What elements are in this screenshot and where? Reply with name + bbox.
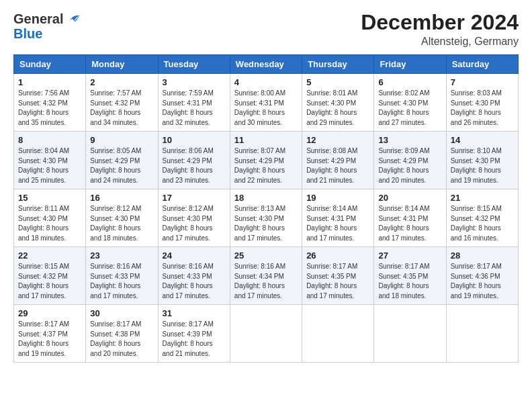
calendar-table: SundayMondayTuesdayWednesdayThursdayFrid… xyxy=(13,54,519,363)
day-number: 15 xyxy=(18,193,81,203)
day-number: 13 xyxy=(378,135,441,145)
day-info: Sunrise: 7:56 AMSunset: 4:32 PMDaylight:… xyxy=(18,89,81,128)
calendar-day-header: Wednesday xyxy=(230,55,302,74)
calendar-day-header: Tuesday xyxy=(158,55,230,74)
calendar-week-row: 15Sunrise: 8:11 AMSunset: 4:30 PMDayligh… xyxy=(14,189,519,247)
day-info: Sunrise: 8:14 AMSunset: 4:31 PMDaylight:… xyxy=(306,204,369,243)
day-info: Sunrise: 8:17 AMSunset: 4:35 PMDaylight:… xyxy=(378,262,441,301)
calendar-cell: 22Sunrise: 8:15 AMSunset: 4:32 PMDayligh… xyxy=(14,247,86,305)
day-info: Sunrise: 8:17 AMSunset: 4:39 PMDaylight:… xyxy=(163,320,226,359)
calendar-cell: 15Sunrise: 8:11 AMSunset: 4:30 PMDayligh… xyxy=(14,189,86,247)
day-number: 4 xyxy=(234,77,298,87)
calendar-cell xyxy=(374,305,446,363)
day-info: Sunrise: 8:16 AMSunset: 4:34 PMDaylight:… xyxy=(234,262,298,301)
day-number: 17 xyxy=(163,193,226,203)
day-info: Sunrise: 7:59 AMSunset: 4:31 PMDaylight:… xyxy=(163,89,226,128)
day-info: Sunrise: 8:13 AMSunset: 4:30 PMDaylight:… xyxy=(234,204,298,243)
calendar-day-header: Saturday xyxy=(446,55,518,74)
calendar-cell: 26Sunrise: 8:17 AMSunset: 4:35 PMDayligh… xyxy=(302,247,374,305)
calendar-cell: 25Sunrise: 8:16 AMSunset: 4:34 PMDayligh… xyxy=(230,247,302,305)
calendar-cell: 29Sunrise: 8:17 AMSunset: 4:37 PMDayligh… xyxy=(14,305,86,363)
day-number: 23 xyxy=(90,250,153,261)
day-number: 9 xyxy=(90,135,153,145)
day-info: Sunrise: 8:16 AMSunset: 4:33 PMDaylight:… xyxy=(163,262,226,301)
location-title: Altensteig, Germany xyxy=(361,36,519,48)
calendar-week-row: 22Sunrise: 8:15 AMSunset: 4:32 PMDayligh… xyxy=(14,247,519,305)
day-number: 7 xyxy=(451,77,514,87)
day-number: 25 xyxy=(234,250,298,261)
calendar-week-row: 8Sunrise: 8:04 AMSunset: 4:30 PMDaylight… xyxy=(14,132,519,189)
calendar-cell: 3Sunrise: 7:59 AMSunset: 4:31 PMDaylight… xyxy=(158,74,230,132)
day-number: 6 xyxy=(378,77,441,87)
day-info: Sunrise: 8:00 AMSunset: 4:31 PMDaylight:… xyxy=(234,89,298,128)
day-number: 26 xyxy=(306,250,369,261)
day-number: 10 xyxy=(163,135,226,145)
calendar-cell: 20Sunrise: 8:14 AMSunset: 4:31 PMDayligh… xyxy=(374,189,446,247)
day-info: Sunrise: 8:16 AMSunset: 4:33 PMDaylight:… xyxy=(90,262,153,301)
day-number: 2 xyxy=(90,77,153,87)
day-number: 19 xyxy=(306,193,369,203)
day-number: 24 xyxy=(163,250,226,261)
calendar-cell: 9Sunrise: 8:05 AMSunset: 4:29 PMDaylight… xyxy=(86,132,158,189)
calendar-cell: 13Sunrise: 8:09 AMSunset: 4:29 PMDayligh… xyxy=(374,132,446,189)
day-number: 28 xyxy=(451,250,514,261)
day-number: 5 xyxy=(306,77,369,87)
day-info: Sunrise: 8:17 AMSunset: 4:38 PMDaylight:… xyxy=(90,320,153,359)
calendar-cell: 2Sunrise: 7:57 AMSunset: 4:32 PMDaylight… xyxy=(86,74,158,132)
day-number: 22 xyxy=(18,250,81,261)
day-number: 14 xyxy=(451,135,514,145)
calendar-cell: 17Sunrise: 8:12 AMSunset: 4:30 PMDayligh… xyxy=(158,189,230,247)
page-header: General Blue December 2024 Altensteig, G… xyxy=(13,11,519,48)
day-info: Sunrise: 8:10 AMSunset: 4:30 PMDaylight:… xyxy=(451,146,514,185)
calendar-cell: 8Sunrise: 8:04 AMSunset: 4:30 PMDaylight… xyxy=(14,132,86,189)
calendar-day-header: Monday xyxy=(86,55,158,74)
day-number: 20 xyxy=(378,193,441,203)
calendar-cell: 24Sunrise: 8:16 AMSunset: 4:33 PMDayligh… xyxy=(158,247,230,305)
day-info: Sunrise: 8:01 AMSunset: 4:30 PMDaylight:… xyxy=(306,89,369,128)
month-title: December 2024 xyxy=(361,11,519,34)
day-number: 27 xyxy=(378,250,441,261)
day-number: 31 xyxy=(163,308,226,318)
day-info: Sunrise: 8:17 AMSunset: 4:35 PMDaylight:… xyxy=(306,262,369,301)
day-number: 29 xyxy=(18,308,81,318)
calendar-week-row: 1Sunrise: 7:56 AMSunset: 4:32 PMDaylight… xyxy=(14,74,519,132)
calendar-cell: 27Sunrise: 8:17 AMSunset: 4:35 PMDayligh… xyxy=(374,247,446,305)
day-info: Sunrise: 8:17 AMSunset: 4:37 PMDaylight:… xyxy=(18,320,81,359)
calendar-day-header: Thursday xyxy=(302,55,374,74)
calendar-day-header: Friday xyxy=(374,55,446,74)
calendar-day-header: Sunday xyxy=(14,55,86,74)
calendar-cell: 19Sunrise: 8:14 AMSunset: 4:31 PMDayligh… xyxy=(302,189,374,247)
calendar-cell: 12Sunrise: 8:08 AMSunset: 4:29 PMDayligh… xyxy=(302,132,374,189)
calendar-cell: 10Sunrise: 8:06 AMSunset: 4:29 PMDayligh… xyxy=(158,132,230,189)
day-info: Sunrise: 8:15 AMSunset: 4:32 PMDaylight:… xyxy=(18,262,81,301)
calendar-cell: 1Sunrise: 7:56 AMSunset: 4:32 PMDaylight… xyxy=(14,74,86,132)
day-info: Sunrise: 8:05 AMSunset: 4:29 PMDaylight:… xyxy=(90,146,153,185)
calendar-cell: 30Sunrise: 8:17 AMSunset: 4:38 PMDayligh… xyxy=(86,305,158,363)
day-info: Sunrise: 8:08 AMSunset: 4:29 PMDaylight:… xyxy=(306,146,369,185)
day-info: Sunrise: 8:14 AMSunset: 4:31 PMDaylight:… xyxy=(378,204,441,243)
calendar-week-row: 29Sunrise: 8:17 AMSunset: 4:37 PMDayligh… xyxy=(14,305,519,363)
calendar-header-row: SundayMondayTuesdayWednesdayThursdayFrid… xyxy=(14,55,519,74)
day-number: 11 xyxy=(234,135,298,145)
logo: General Blue xyxy=(13,11,81,41)
calendar-cell: 21Sunrise: 8:15 AMSunset: 4:32 PMDayligh… xyxy=(446,189,518,247)
calendar-cell: 5Sunrise: 8:01 AMSunset: 4:30 PMDaylight… xyxy=(302,74,374,132)
day-info: Sunrise: 8:12 AMSunset: 4:30 PMDaylight:… xyxy=(163,204,226,243)
day-number: 1 xyxy=(18,77,81,87)
day-info: Sunrise: 8:11 AMSunset: 4:30 PMDaylight:… xyxy=(18,204,81,243)
calendar-cell: 7Sunrise: 8:03 AMSunset: 4:30 PMDaylight… xyxy=(446,74,518,132)
day-info: Sunrise: 8:12 AMSunset: 4:30 PMDaylight:… xyxy=(90,204,153,243)
day-info: Sunrise: 8:09 AMSunset: 4:29 PMDaylight:… xyxy=(378,146,441,185)
calendar-cell: 6Sunrise: 8:02 AMSunset: 4:30 PMDaylight… xyxy=(374,74,446,132)
calendar-cell: 11Sunrise: 8:07 AMSunset: 4:29 PMDayligh… xyxy=(230,132,302,189)
calendar-cell xyxy=(302,305,374,363)
title-block: December 2024 Altensteig, Germany xyxy=(361,11,519,48)
day-info: Sunrise: 8:17 AMSunset: 4:36 PMDaylight:… xyxy=(451,262,514,301)
day-info: Sunrise: 8:02 AMSunset: 4:30 PMDaylight:… xyxy=(378,89,441,128)
calendar-cell: 18Sunrise: 8:13 AMSunset: 4:30 PMDayligh… xyxy=(230,189,302,247)
day-info: Sunrise: 8:04 AMSunset: 4:30 PMDaylight:… xyxy=(18,146,81,185)
day-number: 12 xyxy=(306,135,369,145)
logo-blue: Blue xyxy=(13,26,42,41)
day-number: 3 xyxy=(163,77,226,87)
day-info: Sunrise: 8:15 AMSunset: 4:32 PMDaylight:… xyxy=(451,204,514,243)
